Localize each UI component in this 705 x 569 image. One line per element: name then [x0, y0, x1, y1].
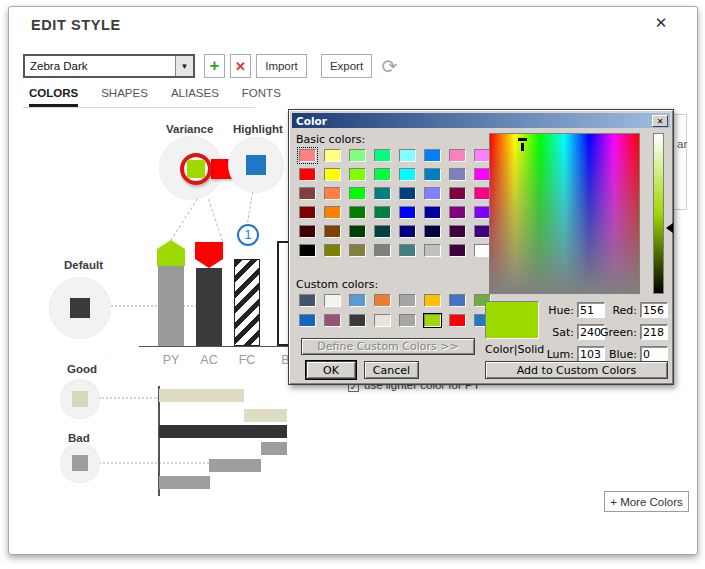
basic-color-swatch[interactable]: [449, 168, 466, 181]
basic-color-swatch[interactable]: [449, 149, 466, 162]
basic-color-swatch[interactable]: [424, 244, 441, 257]
crosshair-icon: [521, 143, 524, 151]
highlight-swatch-circle[interactable]: [229, 138, 283, 192]
basic-color-swatch[interactable]: [424, 168, 441, 181]
good-swatch[interactable]: [72, 391, 88, 407]
basic-color-swatch[interactable]: [374, 206, 391, 219]
green-label: Green:: [597, 326, 637, 339]
custom-color-swatch[interactable]: [374, 294, 391, 307]
custom-color-swatch[interactable]: [424, 314, 441, 327]
ok-button[interactable]: OK: [306, 361, 356, 379]
basic-color-swatch[interactable]: [299, 206, 316, 219]
variance-positive-swatch[interactable]: [187, 160, 205, 178]
basic-color-swatch[interactable]: [399, 187, 416, 200]
color-preview-swatch: [485, 301, 539, 339]
add-style-button[interactable]: +: [204, 54, 225, 78]
custom-color-swatch[interactable]: [399, 314, 416, 327]
delete-style-button[interactable]: ✕: [230, 54, 251, 78]
custom-color-swatch[interactable]: [399, 294, 416, 307]
blue-input[interactable]: 0: [640, 346, 668, 362]
basic-color-swatch[interactable]: [299, 187, 316, 200]
basic-color-swatch[interactable]: [374, 187, 391, 200]
basic-color-swatch[interactable]: [299, 149, 316, 162]
basic-color-swatch[interactable]: [324, 225, 341, 238]
basic-color-swatch[interactable]: [299, 168, 316, 181]
style-select[interactable]: Zebra Dark ▼: [23, 54, 195, 78]
color-dialog-titlebar[interactable]: Color ✕: [292, 113, 670, 128]
custom-color-swatch[interactable]: [449, 294, 466, 307]
close-icon[interactable]: ✕: [652, 115, 668, 127]
custom-color-swatch[interactable]: [374, 314, 391, 327]
custom-color-swatch[interactable]: [349, 314, 366, 327]
highlight-swatch[interactable]: [246, 155, 266, 175]
custom-colors-label: Custom colors:: [296, 278, 378, 291]
basic-color-swatch[interactable]: [424, 225, 441, 238]
basic-color-swatch[interactable]: [399, 168, 416, 181]
basic-color-swatch[interactable]: [349, 244, 366, 257]
tab-colors[interactable]: COLORS: [29, 87, 78, 107]
custom-color-swatch[interactable]: [299, 294, 316, 307]
tab-shapes[interactable]: SHAPES: [101, 87, 148, 107]
red-input[interactable]: 156: [640, 302, 668, 318]
basic-color-swatch[interactable]: [374, 225, 391, 238]
basic-color-swatch[interactable]: [324, 206, 341, 219]
luminance-slider[interactable]: [653, 133, 664, 294]
basic-color-swatch[interactable]: [349, 225, 366, 238]
waterfall-bar: [159, 389, 244, 402]
chevron-down-icon[interactable]: ▼: [175, 56, 193, 76]
basic-color-swatch[interactable]: [324, 187, 341, 200]
add-to-custom-colors-button[interactable]: Add to Custom Colors: [485, 361, 668, 379]
basic-color-swatch[interactable]: [399, 225, 416, 238]
export-button[interactable]: Export: [321, 54, 372, 78]
basic-colors-grid: [299, 149, 491, 257]
basic-color-swatch[interactable]: [399, 244, 416, 257]
more-colors-button[interactable]: + More Colors: [604, 491, 689, 512]
waterfall-bar: [209, 459, 261, 472]
bad-swatch[interactable]: [72, 455, 88, 471]
basic-color-swatch[interactable]: [374, 244, 391, 257]
custom-color-swatch[interactable]: [324, 294, 341, 307]
bad-swatch-circle[interactable]: [61, 444, 99, 482]
basic-color-swatch[interactable]: [424, 187, 441, 200]
tab-fonts[interactable]: FONTS: [242, 87, 281, 107]
good-swatch-circle[interactable]: [61, 380, 99, 418]
basic-color-swatch[interactable]: [374, 168, 391, 181]
basic-color-swatch[interactable]: [424, 149, 441, 162]
column-label-ac: AC: [194, 353, 224, 367]
basic-color-swatch[interactable]: [449, 244, 466, 257]
luminance-arrow-icon[interactable]: [666, 223, 673, 233]
basic-color-swatch[interactable]: [449, 187, 466, 200]
basic-color-swatch[interactable]: [449, 206, 466, 219]
basic-color-swatch[interactable]: [399, 206, 416, 219]
custom-color-swatch[interactable]: [449, 314, 466, 327]
basic-color-swatch[interactable]: [324, 244, 341, 257]
basic-color-swatch[interactable]: [399, 149, 416, 162]
basic-color-swatch[interactable]: [349, 206, 366, 219]
basic-color-swatch[interactable]: [349, 187, 366, 200]
default-swatch-circle[interactable]: [50, 278, 110, 338]
basic-color-swatch[interactable]: [299, 225, 316, 238]
basic-color-swatch[interactable]: [324, 168, 341, 181]
custom-color-swatch[interactable]: [424, 294, 441, 307]
waterfall-bar: [244, 409, 287, 422]
variance-marker-up-icon: [157, 240, 185, 266]
import-button[interactable]: Import: [256, 54, 307, 78]
custom-color-swatch[interactable]: [324, 314, 341, 327]
custom-color-swatch[interactable]: [299, 314, 316, 327]
basic-color-swatch[interactable]: [424, 206, 441, 219]
hue-sat-field[interactable]: [489, 133, 640, 294]
tab-aliases[interactable]: ALIASES: [171, 87, 219, 107]
green-input[interactable]: 218: [640, 324, 668, 340]
basic-color-swatch[interactable]: [299, 244, 316, 257]
basic-color-swatch[interactable]: [449, 225, 466, 238]
default-swatch[interactable]: [70, 298, 90, 318]
close-icon[interactable]: ✕: [650, 12, 672, 34]
waterfall-bar: [159, 476, 210, 489]
custom-color-swatch[interactable]: [349, 294, 366, 307]
cancel-button[interactable]: Cancel: [364, 361, 419, 379]
basic-color-swatch[interactable]: [349, 168, 366, 181]
basic-color-swatch[interactable]: [324, 149, 341, 162]
reset-icon[interactable]: ⟳: [378, 54, 401, 78]
basic-color-swatch[interactable]: [374, 149, 391, 162]
basic-color-swatch[interactable]: [349, 149, 366, 162]
